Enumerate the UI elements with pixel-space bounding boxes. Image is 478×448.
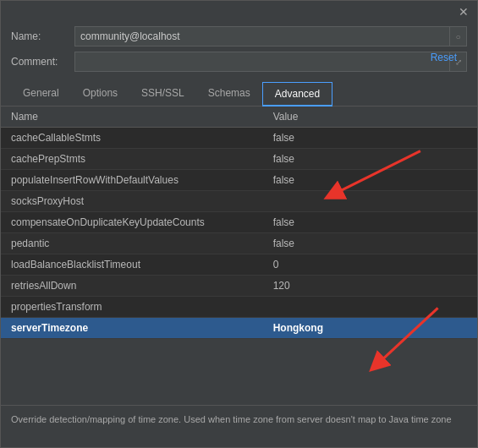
- cell-name: populateInsertRowWithDefaultValues: [1, 170, 263, 191]
- cell-name: retriesAllDown: [1, 276, 263, 297]
- table-row[interactable]: populateInsertRowWithDefaultValuesfalse: [1, 170, 477, 191]
- table-container[interactable]: Name Value cacheCallableStmtsfalsecacheP…: [1, 107, 477, 339]
- name-label: Name:: [11, 30, 74, 42]
- tab-schemas[interactable]: Schemas: [196, 82, 262, 107]
- tabs-wrapper: General Options SSH/SSL Schemas Advanced: [1, 82, 477, 107]
- cell-value: false: [263, 170, 477, 191]
- table-row[interactable]: cachePrepStmtsfalse: [1, 149, 477, 170]
- cell-name: loadBalanceBlacklistTimeout: [1, 254, 263, 276]
- description-text: Override detection/mapping of time zone.…: [11, 414, 452, 424]
- cell-name: socksProxyHost: [1, 191, 263, 212]
- cell-value: false: [263, 149, 477, 170]
- cell-value: false: [263, 233, 477, 254]
- name-input[interactable]: [74, 26, 450, 46]
- table-row[interactable]: compensateOnDuplicateKeyUpdateCountsfals…: [1, 212, 477, 233]
- properties-table: Name Value cacheCallableStmtsfalsecacheP…: [1, 107, 477, 339]
- cell-value: false: [263, 212, 477, 233]
- close-button[interactable]: ✕: [455, 4, 472, 19]
- col-name-header: Name: [1, 107, 263, 128]
- cell-value: Hongkong: [263, 318, 477, 339]
- cell-name: pedantic: [1, 233, 263, 254]
- cell-value: 0: [263, 254, 477, 276]
- cell-name: compensateOnDuplicateKeyUpdateCounts: [1, 212, 263, 233]
- cell-name: cacheCallableStmts: [1, 128, 263, 149]
- table-row[interactable]: pedanticfalse: [1, 233, 477, 254]
- name-input-icon: ○: [450, 26, 467, 46]
- tab-ssh-ssl[interactable]: SSH/SSL: [129, 82, 196, 107]
- comment-input[interactable]: [74, 52, 450, 72]
- tab-options[interactable]: Options: [71, 82, 129, 107]
- table-row[interactable]: socksProxyHost: [1, 191, 477, 212]
- dialog: ✕ Name: ○ Comment: ⤢ Reset General Optio…: [0, 0, 478, 448]
- col-value-header: Value: [263, 107, 477, 128]
- name-row: Name: ○: [11, 26, 467, 46]
- table-row[interactable]: loadBalanceBlacklistTimeout0: [1, 254, 477, 276]
- table-wrapper: Name Value cacheCallableStmtsfalsecacheP…: [1, 107, 477, 405]
- cell-value: [263, 191, 477, 212]
- description-bar: Override detection/mapping of time zone.…: [1, 405, 477, 447]
- cell-name: cachePrepStmts: [1, 149, 263, 170]
- form-section: Name: ○ Comment: ⤢ Reset: [1, 23, 477, 82]
- comment-label: Comment:: [11, 56, 74, 68]
- tab-general[interactable]: General: [11, 82, 71, 107]
- comment-row: Comment: ⤢: [11, 52, 467, 72]
- table-row[interactable]: cacheCallableStmtsfalse: [1, 128, 477, 149]
- tabs-bar: General Options SSH/SSL Schemas Advanced: [1, 82, 477, 107]
- title-bar: ✕: [1, 1, 477, 23]
- table-row[interactable]: serverTimezoneHongkong: [1, 318, 477, 339]
- cell-value: 120: [263, 276, 477, 297]
- cell-value: false: [263, 128, 477, 149]
- tab-advanced[interactable]: Advanced: [262, 82, 332, 107]
- cell-name: propertiesTransform: [1, 297, 263, 318]
- table-row[interactable]: propertiesTransform: [1, 297, 477, 318]
- cell-name: serverTimezone: [1, 318, 263, 339]
- reset-link[interactable]: Reset: [431, 46, 457, 68]
- table-row[interactable]: retriesAllDown120: [1, 276, 477, 297]
- cell-value: [263, 297, 477, 318]
